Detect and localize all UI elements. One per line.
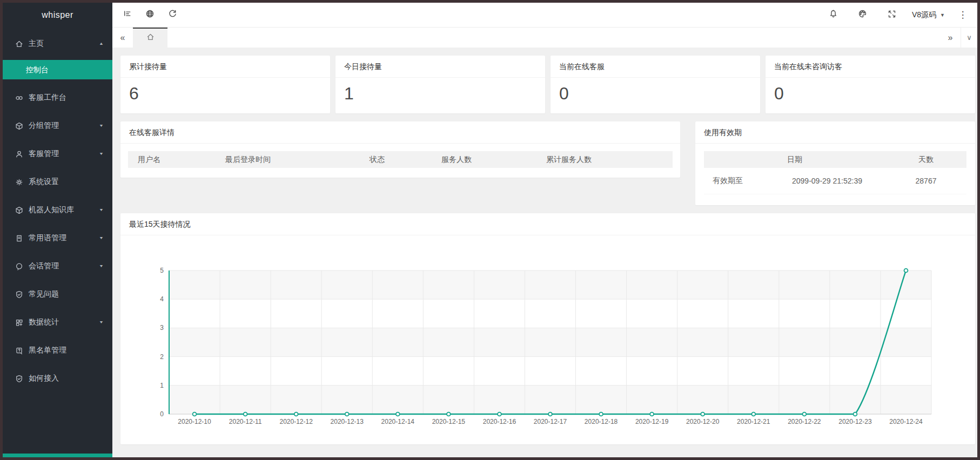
stats-icon bbox=[15, 318, 23, 327]
theme-button[interactable] bbox=[848, 3, 877, 27]
sidebar-menu: 主页 ▲ 控制台 客服工作台 分组管理 ▼ bbox=[3, 28, 112, 454]
svg-text:2020-12-11: 2020-12-11 bbox=[229, 418, 262, 425]
sidebar-bottom-strip bbox=[3, 454, 112, 457]
validity-panel: 使用有效期 日期 天数 有效期至 2099-09-29 21:52:39 287… bbox=[695, 121, 975, 205]
sidebar-item-system-settings[interactable]: 系统设置 bbox=[3, 168, 112, 196]
stat-card-total-receptions: 累计接待量 6 bbox=[120, 56, 330, 113]
topbar: V8源码 ▼ ⋮ bbox=[112, 3, 977, 28]
file-icon bbox=[15, 234, 23, 242]
sidebar-item-label: 常用语管理 bbox=[29, 233, 66, 243]
svg-text:2020-12-14: 2020-12-14 bbox=[381, 418, 415, 425]
shrink-icon bbox=[123, 9, 132, 21]
sidebar-item-agent-workbench[interactable]: 客服工作台 bbox=[3, 84, 112, 112]
stat-value: 6 bbox=[120, 78, 330, 104]
sidebar: whisper 主页 ▲ 控制台 客服工作台 bbox=[3, 3, 112, 457]
column-header: 最后登录时间 bbox=[225, 155, 370, 165]
stat-label: 当前在线客服 bbox=[551, 56, 760, 78]
app-logo: whisper bbox=[3, 3, 112, 28]
svg-text:2020-12-23: 2020-12-23 bbox=[838, 418, 872, 425]
tabs-scroll-left-button[interactable]: « bbox=[112, 28, 133, 48]
language-button[interactable] bbox=[138, 3, 161, 27]
chevron-down-icon: ▼ bbox=[99, 264, 104, 268]
stat-value: 1 bbox=[335, 78, 545, 104]
stat-label: 累计接待量 bbox=[120, 56, 330, 78]
svg-text:4: 4 bbox=[160, 295, 164, 303]
validity-date: 2099-09-29 21:52:39 bbox=[769, 177, 885, 185]
panel-title: 使用有效期 bbox=[695, 121, 975, 144]
caret-down-icon: ▼ bbox=[940, 12, 945, 18]
sidebar-item-label: 会话管理 bbox=[29, 261, 59, 271]
validity-days: 28767 bbox=[885, 177, 966, 185]
chevron-down-icon: ▼ bbox=[99, 320, 104, 324]
tabs-scroll-right-button[interactable]: » bbox=[940, 28, 961, 48]
dashboard-content: 累计接待量 6 今日接待量 1 当前在线客服 0 当前在线未咨询访客 0 bbox=[112, 48, 977, 457]
stat-card-online-visitors: 当前在线未咨询访客 0 bbox=[766, 56, 975, 113]
panel-title: 在线客服详情 bbox=[120, 121, 680, 144]
column-header: 日期 bbox=[704, 155, 885, 165]
sidebar-item-label: 控制台 bbox=[26, 65, 49, 74]
svg-text:1: 1 bbox=[160, 382, 164, 389]
fullscreen-button[interactable] bbox=[877, 3, 907, 27]
column-header: 天数 bbox=[885, 155, 966, 165]
stat-value: 0 bbox=[551, 78, 760, 104]
sidebar-item-group-management[interactable]: 分组管理 ▼ bbox=[3, 112, 112, 140]
sidebar-item-how-to-access[interactable]: 如何接入 bbox=[3, 364, 112, 393]
double-chevron-left-icon: « bbox=[120, 33, 125, 43]
svg-text:3: 3 bbox=[160, 324, 164, 332]
notifications-button[interactable] bbox=[819, 3, 848, 27]
svg-text:2020-12-17: 2020-12-17 bbox=[534, 418, 567, 425]
sidebar-item-label: 客服管理 bbox=[29, 149, 59, 159]
tabs-dropdown-button[interactable]: ∨ bbox=[961, 28, 977, 48]
sidebar-item-blacklist[interactable]: 黑名单管理 bbox=[3, 336, 112, 364]
sidebar-item-label: 分组管理 bbox=[29, 121, 59, 131]
more-menu-button[interactable]: ⋮ bbox=[955, 9, 971, 21]
fullscreen-icon bbox=[888, 10, 896, 21]
globe-icon bbox=[145, 9, 155, 21]
sidebar-item-label: 常见问题 bbox=[29, 289, 59, 299]
svg-text:2020-12-24: 2020-12-24 bbox=[889, 418, 923, 425]
sidebar-item-common-phrases[interactable]: 常用语管理 ▼ bbox=[3, 224, 112, 252]
svg-text:0: 0 bbox=[160, 410, 164, 418]
user-icon bbox=[15, 150, 23, 158]
shield-check-icon bbox=[15, 290, 23, 299]
svg-text:2020-12-10: 2020-12-10 bbox=[178, 418, 211, 425]
sidebar-item-label: 黑名单管理 bbox=[29, 346, 66, 355]
file-question-icon bbox=[15, 346, 23, 355]
refresh-button[interactable] bbox=[161, 3, 184, 27]
chat-icon bbox=[15, 262, 23, 270]
sidebar-item-label: 主页 bbox=[29, 39, 44, 49]
sidebar-item-home[interactable]: 主页 ▲ bbox=[3, 30, 112, 58]
column-header: 累计服务人数 bbox=[546, 155, 673, 165]
svg-text:2020-12-12: 2020-12-12 bbox=[279, 418, 313, 425]
home-icon bbox=[146, 33, 155, 43]
chevron-down-icon: ▼ bbox=[99, 236, 104, 240]
sidebar-item-robot-knowledge[interactable]: 机器人知识库 ▼ bbox=[3, 196, 112, 224]
svg-text:2020-12-20: 2020-12-20 bbox=[686, 418, 720, 425]
validity-table-header: 日期 天数 bbox=[704, 151, 966, 168]
table-row: 有效期至 2099-09-29 21:52:39 28767 bbox=[704, 168, 966, 194]
validity-table: 日期 天数 有效期至 2099-09-29 21:52:39 28767 bbox=[704, 151, 966, 194]
sidebar-item-faq[interactable]: 常见问题 bbox=[3, 280, 112, 308]
sidebar-item-console[interactable]: 控制台 bbox=[3, 60, 112, 79]
sidebar-item-agent-management[interactable]: 客服管理 ▼ bbox=[3, 140, 112, 168]
middle-row: 在线客服详情 用户名 最后登录时间 状态 服务人数 累计服务人数 使用有效期 日… bbox=[120, 121, 975, 205]
version-dropdown[interactable]: V8源码 ▼ bbox=[912, 10, 945, 20]
refresh-icon bbox=[168, 9, 177, 21]
column-header: 状态 bbox=[370, 155, 441, 165]
sidebar-item-label: 系统设置 bbox=[29, 177, 59, 187]
stat-label: 今日接待量 bbox=[335, 56, 545, 78]
column-header: 服务人数 bbox=[441, 155, 546, 165]
svg-text:2020-12-13: 2020-12-13 bbox=[331, 418, 364, 425]
chevron-down-icon: ▼ bbox=[99, 152, 104, 156]
main-area: V8源码 ▼ ⋮ « » ∨ bbox=[112, 3, 977, 457]
sidebar-item-label: 机器人知识库 bbox=[29, 205, 74, 215]
tab-home[interactable] bbox=[133, 28, 167, 48]
agents-table-header: 用户名 最后登录时间 状态 服务人数 累计服务人数 bbox=[128, 151, 673, 168]
column-header: 用户名 bbox=[128, 155, 225, 165]
sidebar-item-data-statistics[interactable]: 数据统计 ▼ bbox=[3, 308, 112, 336]
sidebar-item-label: 数据统计 bbox=[29, 317, 59, 327]
chevron-down-icon: ▼ bbox=[99, 208, 104, 212]
sidebar-item-session-management[interactable]: 会话管理 ▼ bbox=[3, 252, 112, 280]
collapse-sidebar-button[interactable] bbox=[116, 3, 138, 27]
svg-text:5: 5 bbox=[160, 267, 164, 274]
